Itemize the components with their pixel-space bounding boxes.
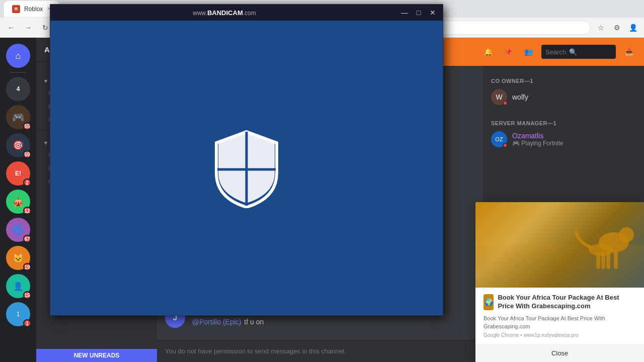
- ad-favicon: 🌍: [484, 294, 494, 310]
- roblox-favicon: R: [12, 5, 20, 13]
- search-icon: 🔍: [569, 48, 577, 56]
- activity-text: Playing Fortnite: [521, 140, 563, 147]
- ad-title-block: Book Your Africa Tour Package At Best Pr…: [498, 294, 636, 311]
- new-unreads-bar[interactable]: NEW UNREADS: [36, 349, 157, 362]
- bandicam-titlebar: www.BANDICAM.com — □ ✕: [50, 5, 443, 21]
- server-icon-1[interactable]: 4: [6, 77, 30, 101]
- profile-icon[interactable]: 👤: [626, 21, 640, 35]
- ozamatlis-avatar: OZ: [491, 131, 507, 147]
- server-icon-2[interactable]: 🎮 55: [6, 105, 30, 129]
- server-badge-9: 1: [23, 319, 31, 327]
- forward-button[interactable]: →: [21, 21, 35, 35]
- browser-action-icons: ☆ ⚙ 👤: [594, 21, 640, 35]
- ad-content: 🌍 Book Your Africa Tour Package At Best …: [475, 288, 644, 344]
- ozamatlis-name: Ozamatlis: [512, 132, 564, 140]
- server-manager-category: SERVER MANAGER—1: [487, 116, 640, 128]
- server-icon-5[interactable]: 🎪 12: [6, 190, 30, 214]
- bandicam-content: [50, 21, 443, 315]
- bandicam-title: www.BANDICAM.com: [54, 9, 394, 17]
- member-wolfy[interactable]: W wolfy: [487, 86, 640, 108]
- server-badge-4: 2: [23, 178, 31, 187]
- back-button[interactable]: ←: [4, 21, 18, 35]
- ad-meta: Google Chrome • www1p.rudyvalencia.pro: [484, 332, 636, 338]
- discord-server-list: ⌂ 4 🎮 55 🎯 59 E! 2 🎪 12 🌀 67 🐱 19 👤 15 1…: [0, 38, 36, 362]
- ad-source: 🌍 Book Your Africa Tour Package At Best …: [484, 294, 636, 311]
- coowner-category: CO OWNER—1: [487, 74, 640, 86]
- bandicam-window-controls: — □ ✕: [398, 8, 439, 18]
- ozamatlis-info: Ozamatlis 🎮 Playing Fortnite: [512, 132, 564, 147]
- wolfy-avatar: W: [491, 89, 507, 105]
- new-unreads-label: NEW UNREADS: [74, 352, 120, 359]
- home-server-icon[interactable]: ⌂: [6, 44, 30, 68]
- server-icon-4[interactable]: E! 2: [6, 161, 30, 186]
- server-badge-6: 67: [23, 235, 31, 243]
- chat-text: @Portillo (Epic) tf u on: [191, 318, 475, 326]
- windows-shield-logo: [211, 128, 282, 208]
- server-icon-7[interactable]: 🐱 19: [6, 246, 30, 270]
- server-badge-7: 19: [23, 263, 31, 271]
- server-icon-3[interactable]: 🎯 59: [6, 133, 30, 157]
- extensions-icon[interactable]: ⚙: [610, 21, 624, 35]
- ozamatlis-status: [503, 143, 508, 148]
- bandicam-window: www.BANDICAM.com — □ ✕: [50, 4, 443, 316]
- svg-point-5: [619, 227, 634, 242]
- message-text: tf u on: [244, 318, 264, 326]
- wolfy-name: wolfy: [512, 93, 528, 101]
- server-badge-2: 55: [23, 122, 31, 130]
- wolfy-status: [503, 101, 508, 106]
- mention: @Portillo (Epic): [191, 318, 242, 326]
- no-perms-bar: You do not have permission to send messa…: [157, 340, 483, 362]
- ad-description: Book Your Africa Tour Package At Best Pr…: [484, 315, 636, 330]
- member-ozamatlis[interactable]: OZ Ozamatlis 🎮 Playing Fortnite: [487, 128, 640, 150]
- ad-title: Book Your Africa Tour Package At Best Pr…: [498, 294, 636, 311]
- close-button[interactable]: ✕: [427, 8, 439, 18]
- no-perms-text: You do not have permission to send messa…: [165, 347, 346, 355]
- inbox-icon[interactable]: 📥: [622, 45, 636, 59]
- sidebar-divider: [10, 72, 26, 73]
- ad-popup: 🌍 Book Your Africa Tour Package At Best …: [475, 202, 644, 362]
- search-box[interactable]: Search 🔍: [541, 45, 616, 59]
- ad-close-button[interactable]: Close: [475, 344, 644, 362]
- server-icon-9[interactable]: 1 1: [6, 302, 30, 326]
- bell-icon[interactable]: 🔔: [481, 45, 495, 59]
- bandicam-title-text: www.BANDICAM.com: [193, 10, 256, 17]
- server-badge-5: 12: [23, 207, 31, 215]
- server-badge-8: 15: [23, 291, 31, 299]
- server-badge-3: 59: [23, 150, 31, 158]
- pin-icon[interactable]: 📌: [501, 45, 515, 59]
- maximize-button[interactable]: □: [413, 8, 425, 18]
- tab-title: Roblox: [24, 6, 43, 13]
- members-icon[interactable]: 👥: [521, 45, 535, 59]
- search-placeholder: Search: [545, 48, 566, 56]
- server-icon-6[interactable]: 🌀 67: [6, 218, 30, 242]
- ad-image: [475, 202, 644, 288]
- ozamatlis-activity: 🎮 Playing Fortnite: [512, 140, 564, 147]
- bookmark-icon[interactable]: ☆: [594, 21, 608, 35]
- playing-label: 🎮: [512, 140, 521, 147]
- minimize-button[interactable]: —: [398, 8, 411, 18]
- server-icon-8[interactable]: 👤 15: [6, 274, 30, 298]
